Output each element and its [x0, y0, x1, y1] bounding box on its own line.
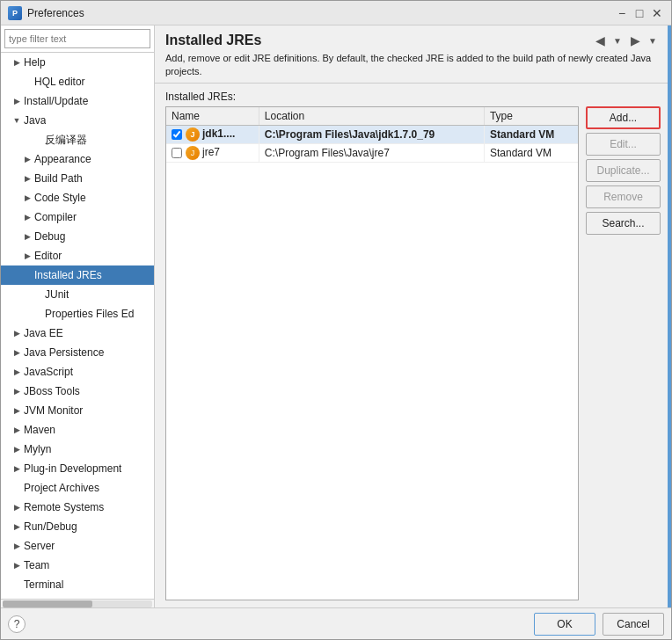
bottom-bar: ? OK Cancel — [1, 607, 671, 639]
tree-arrow — [33, 135, 43, 145]
sidebar-item-label: HQL editor — [34, 76, 85, 88]
installed-jres-label: Installed JREs: — [165, 91, 661, 103]
jre-type: Standard VM — [484, 125, 578, 143]
col-name[interactable]: Name — [166, 107, 259, 126]
sidebar-item-run-debug[interactable]: ▶Run/Debug — [1, 517, 154, 536]
tree-arrow — [22, 76, 33, 87]
nav-forward-dropdown[interactable]: ▼ — [645, 33, 661, 48]
sidebar-item-build-path[interactable]: ▶Build Path — [1, 169, 154, 188]
sidebar-item-label: Compiler — [34, 211, 77, 223]
sidebar-item-label: Install/Update — [24, 95, 88, 107]
sidebar-item-junit[interactable]: JUnit — [1, 285, 154, 304]
col-type[interactable]: Type — [484, 107, 578, 126]
tree-arrow: ▶ — [11, 444, 22, 455]
sidebar-item-server[interactable]: ▶Server — [1, 536, 154, 556]
sidebar-item-java[interactable]: ▼Java — [1, 111, 154, 130]
tree-arrow: ▶ — [22, 231, 33, 242]
maximize-button[interactable]: □ — [632, 6, 646, 20]
search-button[interactable]: Search... — [586, 212, 661, 235]
sidebar-item-project-archives[interactable]: Project Archives — [1, 478, 154, 498]
nav-back-dropdown[interactable]: ▼ — [610, 33, 625, 48]
tree-container: ▶HelpHQL editor▶Install/Update▼Java反编译器▶… — [1, 53, 154, 599]
sidebar-item-javascript[interactable]: ▶JavaScript — [1, 362, 154, 382]
tree-arrow: ▶ — [11, 367, 22, 377]
sidebar-item-label: Server — [24, 540, 55, 552]
sidebar-item-help[interactable]: ▶Help — [1, 53, 154, 72]
sidebar-item-debug[interactable]: ▶Debug — [1, 227, 154, 246]
ok-button[interactable]: OK — [534, 613, 595, 636]
sidebar-item-mylyn[interactable]: ▶Mylyn — [1, 440, 154, 459]
sidebar-item-label: Remote Systems — [24, 501, 104, 513]
preferences-window: P Preferences − □ ✕ ▶HelpHQL editor▶Inst… — [0, 0, 672, 640]
sidebar-item-properties-files[interactable]: Properties Files Ed — [1, 304, 154, 324]
edit-button[interactable]: Edit... — [586, 133, 661, 156]
window-controls: − □ ✕ — [615, 6, 664, 20]
sidebar-scrollbar-h[interactable] — [1, 599, 154, 607]
help-button[interactable]: ? — [8, 615, 26, 633]
sidebar-item-maven[interactable]: ▶Maven — [1, 420, 154, 440]
sidebar-item-label: Mylyn — [24, 443, 51, 455]
sidebar-item-label: Team — [24, 559, 49, 571]
sidebar-item-java-persistence[interactable]: ▶Java Persistence — [1, 343, 154, 362]
sidebar-item-appearance[interactable]: ▶Appearance — [1, 149, 154, 169]
tree-arrow: ▶ — [11, 463, 22, 474]
sidebar-item-install-update[interactable]: ▶Install/Update — [1, 91, 154, 111]
tree-arrow: ▶ — [11, 96, 22, 106]
sidebar-item-label: Java — [24, 114, 46, 127]
nav-back-button[interactable]: ◀ — [592, 33, 608, 48]
add-button[interactable]: Add... — [586, 106, 661, 129]
table-row[interactable]: Jjre7C:\Program Files\Java\jre7Standard … — [166, 143, 578, 162]
sidebar-item-label: Terminal — [24, 578, 63, 591]
jre-location: C:\Program Files\Java\jdk1.7.0_79 — [259, 125, 484, 143]
sidebar-item-code-style[interactable]: ▶Code Style — [1, 188, 154, 207]
minimize-button[interactable]: − — [615, 6, 629, 20]
sidebar-item-remote-systems[interactable]: ▶Remote Systems — [1, 498, 154, 517]
sidebar-item-team[interactable]: ▶Team — [1, 556, 154, 575]
sidebar-item-jvm-monitor[interactable]: ▶JVM Monitor — [1, 401, 154, 420]
sidebar-item-plugin-development[interactable]: ▶Plug-in Development — [1, 459, 154, 478]
jres-table: Name Location Type Jjdk1....C:\Program F… — [166, 107, 578, 163]
window-title: Preferences — [27, 7, 615, 19]
jre-location: C:\Program Files\Java\jre7 — [259, 143, 484, 162]
sidebar-item-label: Maven — [24, 424, 55, 436]
jres-area: Name Location Type Jjdk1....C:\Program F… — [165, 106, 661, 600]
tree-arrow — [33, 309, 43, 319]
sidebar-item-label: Appearance — [34, 153, 91, 165]
sidebar-item-label: Project Archives — [24, 482, 99, 494]
table-row[interactable]: Jjdk1....C:\Program Files\Java\jdk1.7.0_… — [166, 125, 578, 143]
panel-title: Installed JREs — [165, 33, 261, 48]
sidebar-item-label: JVM Monitor — [24, 404, 83, 417]
tree-arrow: ▶ — [11, 405, 22, 416]
tree-arrow: ▶ — [22, 251, 33, 261]
close-button[interactable]: ✕ — [650, 6, 664, 20]
remove-button[interactable]: Remove — [586, 185, 661, 208]
jre-checkbox[interactable] — [172, 148, 182, 158]
sidebar-item-java-reverse[interactable]: 反编译器 — [1, 130, 154, 149]
jre-checkbox-cell[interactable]: Jjdk1.... — [166, 125, 259, 143]
scroll-track-h — [3, 600, 152, 607]
jre-checkbox[interactable] — [172, 129, 182, 140]
sidebar-item-java-ee[interactable]: ▶Java EE — [1, 324, 154, 343]
tree-arrow: ▶ — [22, 212, 33, 222]
jres-buttons: Add... Edit... Duplicate... Remove Searc… — [586, 106, 661, 600]
sidebar-item-hql-editor[interactable]: HQL editor — [1, 72, 154, 91]
jre-type: Standard VM — [484, 143, 578, 162]
sidebar-item-installed-jres[interactable]: Installed JREs — [1, 265, 154, 285]
tree-arrow — [11, 579, 22, 590]
nav-forward-button[interactable]: ▶ — [627, 33, 643, 48]
cancel-button[interactable]: Cancel — [603, 613, 664, 636]
duplicate-button[interactable]: Duplicate... — [586, 159, 661, 182]
sidebar-item-label: Editor — [34, 250, 62, 262]
filter-input[interactable] — [4, 29, 150, 48]
sidebar-item-jboss-tools[interactable]: ▶JBoss Tools — [1, 382, 154, 401]
tree-arrow: ▶ — [11, 560, 22, 571]
jre-checkbox-cell[interactable]: Jjre7 — [166, 143, 259, 162]
col-location[interactable]: Location — [259, 107, 484, 126]
filter-box — [1, 25, 154, 53]
sidebar-item-terminal[interactable]: Terminal — [1, 575, 154, 594]
jre-name: jdk1.... — [202, 127, 235, 140]
sidebar-item-label: Run/Debug — [24, 520, 77, 533]
sidebar-item-compiler[interactable]: ▶Compiler — [1, 207, 154, 227]
scroll-thumb-h — [3, 600, 92, 607]
sidebar-item-editor[interactable]: ▶Editor — [1, 246, 154, 265]
